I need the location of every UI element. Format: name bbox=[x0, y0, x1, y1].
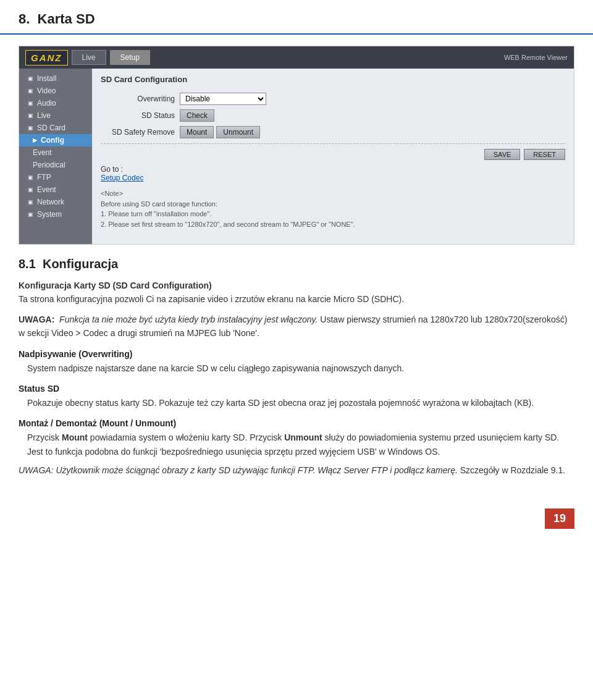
subsection-body-mount: Przycisk Mount powiadamia system o włoże… bbox=[27, 431, 574, 458]
sidebar-label-network: Network bbox=[37, 198, 64, 206]
subsection-body-status: Pokazuje obecny status karty SD. Pokazuj… bbox=[27, 396, 574, 410]
doc-footer-note: UWAGA: Użytkownik może ściągnąć obrazy z… bbox=[19, 463, 574, 477]
note-line-2: 2. Please set first stream to "1280x720"… bbox=[101, 219, 565, 230]
sidebar-label-install: Install bbox=[37, 74, 56, 83]
web-remote-label: WEB Remote Viewer bbox=[504, 54, 568, 61]
sidebar-item-event2[interactable]: ▣ Event bbox=[19, 183, 92, 196]
mount-button[interactable]: Mount bbox=[180, 126, 214, 138]
note-line-0: Before using SD card storage function: bbox=[101, 199, 565, 209]
overwriting-row: Overwriting Disable Enable bbox=[101, 93, 565, 105]
action-buttons: SAVE RESET bbox=[101, 149, 565, 160]
chapter-title: 8. Karta SD bbox=[19, 11, 574, 27]
config-title: SD Card Configuration bbox=[101, 75, 565, 86]
sidebar-arrow-system: ▣ bbox=[28, 211, 33, 217]
sidebar-label-audio: Audio bbox=[37, 99, 56, 108]
subsection-title-overwriting: Nadpisywanie (Overwriting) bbox=[19, 349, 574, 359]
mount-bold: Mount bbox=[62, 432, 88, 442]
sidebar: ▣ Install ▣ Video ▣ Audio ▣ Live ▣ SD bbox=[19, 69, 92, 244]
sidebar-label-config: Config bbox=[41, 136, 64, 145]
overwriting-select[interactable]: Disable Enable bbox=[180, 93, 266, 105]
ganz-body: ▣ Install ▣ Video ▣ Audio ▣ Live ▣ SD bbox=[19, 69, 574, 244]
page-number: 19 bbox=[545, 508, 574, 529]
doc-p2-uwaga: UWAGA: bbox=[19, 314, 54, 324]
chapter-title-text: Karta SD bbox=[38, 11, 95, 27]
subsection-title-mount: Montaż / Demontaż (Mount / Unmount) bbox=[19, 418, 574, 428]
main-config-area: SD Card Configuration Overwriting Disabl… bbox=[92, 69, 574, 244]
sidebar-item-live[interactable]: ▣ Live bbox=[19, 109, 92, 122]
sidebar-item-sdcard[interactable]: ▣ SD Card bbox=[19, 122, 92, 134]
note-box: <Note> Before using SD card storage func… bbox=[101, 188, 565, 229]
sidebar-item-audio[interactable]: ▣ Audio bbox=[19, 97, 92, 109]
check-button[interactable]: Check bbox=[180, 109, 214, 122]
sidebar-label-ftp: FTP bbox=[37, 173, 51, 182]
topbar: GANZ Live Setup WEB Remote Viewer bbox=[19, 46, 574, 69]
config-form: Overwriting Disable Enable SD Status Che… bbox=[101, 93, 565, 229]
doc-content: 8.1 Konfiguracja Konfiguracja Karty SD (… bbox=[0, 257, 593, 502]
goto-label: Go to : bbox=[101, 165, 123, 174]
sidebar-arrow-event2: ▣ bbox=[28, 187, 33, 193]
section-number: 8.1 bbox=[19, 257, 36, 271]
sidebar-arrow-ftp: ▣ bbox=[28, 174, 33, 180]
save-button[interactable]: SAVE bbox=[484, 149, 521, 160]
page-header: 8. Karta SD bbox=[0, 0, 593, 35]
doc-p1-bold: Konfiguracja Karty SD (SD Card Configura… bbox=[19, 280, 212, 290]
unmount-button[interactable]: Unmount bbox=[216, 126, 260, 138]
note-line-1: 1. Please turn off "installation mode". bbox=[101, 209, 565, 219]
overwriting-label: Overwriting bbox=[101, 95, 175, 103]
ganz-logo: GANZ bbox=[25, 50, 68, 65]
screenshot-container: GANZ Live Setup WEB Remote Viewer ▣ Inst… bbox=[19, 46, 574, 245]
doc-p2-italic: Funkcja ta nie może być użyta kiedy tryb… bbox=[59, 314, 318, 324]
divider bbox=[101, 143, 565, 144]
section-title: Konfiguracja bbox=[43, 257, 118, 271]
sidebar-arrow-sdcard: ▣ bbox=[28, 125, 33, 131]
doc-paragraph-2: UWAGA: Funkcja ta nie może być użyta kie… bbox=[19, 313, 574, 340]
sidebar-label-system: System bbox=[37, 210, 62, 219]
sidebar-item-ftp[interactable]: ▣ FTP bbox=[19, 171, 92, 183]
chapter-number: 8. bbox=[19, 11, 30, 27]
sd-status-label: SD Status bbox=[101, 111, 175, 120]
unmount-bold: Unmount bbox=[284, 432, 322, 442]
reset-button[interactable]: RESET bbox=[524, 149, 565, 160]
sd-safety-label: SD Safety Remove bbox=[101, 128, 175, 137]
section-heading: 8.1 Konfiguracja bbox=[19, 257, 574, 271]
sidebar-item-network[interactable]: ▣ Network bbox=[19, 196, 92, 208]
page-number-wrapper: 19 bbox=[0, 502, 593, 541]
sidebar-arrow-live: ▣ bbox=[28, 112, 33, 119]
subsection-title-status: Status SD bbox=[19, 384, 574, 394]
sidebar-item-config[interactable]: ▶ Config bbox=[19, 134, 92, 146]
goto-section: Go to : Setup Codec bbox=[101, 165, 565, 182]
sidebar-label-live: Live bbox=[37, 111, 51, 120]
sd-safety-row: SD Safety Remove Mount Unmount bbox=[101, 126, 565, 138]
sidebar-arrow-config: ▶ bbox=[33, 137, 37, 143]
sidebar-item-event[interactable]: Event bbox=[19, 146, 92, 159]
sidebar-arrow-install: ▣ bbox=[28, 75, 33, 82]
sidebar-item-system[interactable]: ▣ System bbox=[19, 208, 92, 221]
setup-codec-link[interactable]: Setup Codec bbox=[101, 174, 143, 182]
subsection-body-overwriting: System nadpisze najstarsze dane na karci… bbox=[27, 361, 574, 375]
sidebar-item-video[interactable]: ▣ Video bbox=[19, 85, 92, 97]
doc-paragraph-1: Konfiguracja Karty SD (SD Card Configura… bbox=[19, 279, 574, 306]
sidebar-label-sdcard: SD Card bbox=[37, 124, 65, 132]
setup-nav-button[interactable]: Setup bbox=[110, 50, 150, 65]
sidebar-item-periodical[interactable]: Periodical bbox=[19, 159, 92, 171]
sidebar-arrow-video: ▣ bbox=[28, 88, 33, 94]
note-label: <Note> bbox=[101, 188, 565, 199]
sidebar-arrow-network: ▣ bbox=[28, 199, 33, 205]
live-nav-button[interactable]: Live bbox=[72, 50, 106, 65]
sidebar-label-event2: Event bbox=[37, 185, 56, 194]
doc-footer-italic: UWAGA: Użytkownik może ściągnąć obrazy z… bbox=[19, 465, 458, 475]
ganz-ui: GANZ Live Setup WEB Remote Viewer ▣ Inst… bbox=[19, 46, 574, 244]
sidebar-label-periodical: Periodical bbox=[33, 161, 65, 169]
sidebar-arrow-audio: ▣ bbox=[28, 100, 33, 106]
sidebar-label-video: Video bbox=[37, 86, 56, 95]
sidebar-item-install[interactable]: ▣ Install bbox=[19, 72, 92, 85]
sidebar-label-event: Event bbox=[33, 148, 52, 157]
sd-status-row: SD Status Check bbox=[101, 109, 565, 122]
